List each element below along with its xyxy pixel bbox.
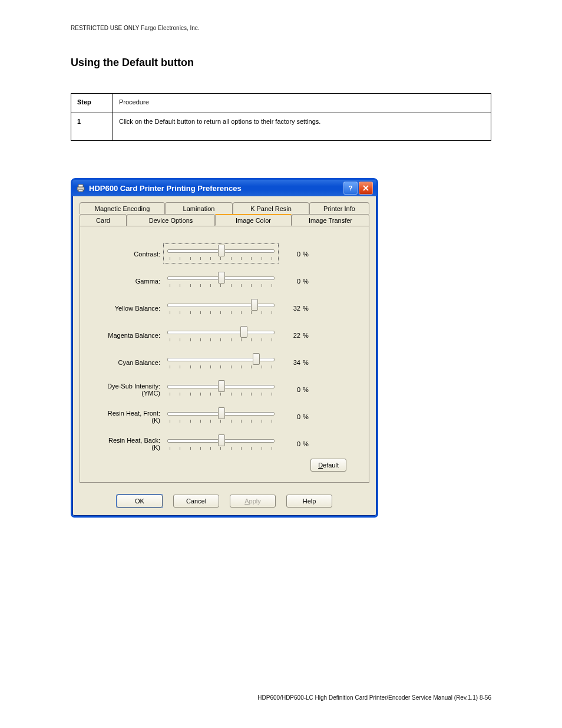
- percent-sign: %: [303, 278, 309, 285]
- slider-thumb[interactable]: [218, 434, 225, 446]
- tab-printer-info[interactable]: Printer Info: [309, 202, 369, 214]
- close-button[interactable]: [359, 182, 373, 195]
- svg-rect-2: [78, 190, 83, 192]
- percent-sign: %: [303, 413, 309, 420]
- dialog-footer: OK Cancel Apply Help: [72, 495, 376, 508]
- tab-card[interactable]: Card: [80, 214, 127, 226]
- slider[interactable]: [165, 325, 277, 345]
- slider[interactable]: [165, 407, 277, 427]
- slider-thumb[interactable]: [218, 407, 225, 419]
- slider-value: 0: [284, 251, 300, 258]
- slider-row-yellow-balance: Yellow Balance:32%: [91, 295, 358, 322]
- tab-image-color[interactable]: Image Color: [215, 214, 292, 226]
- slider-value: 0: [284, 440, 300, 447]
- printer-icon: [76, 183, 85, 193]
- svg-text:?: ?: [349, 185, 353, 192]
- slider-label: Contrast:: [91, 251, 165, 258]
- percent-sign: %: [303, 305, 309, 312]
- percent-sign: %: [303, 386, 309, 393]
- slider-row-dye-sub-intensity: Dye-Sub Intensity:(YMC)0%: [91, 376, 358, 403]
- slider[interactable]: [165, 244, 277, 264]
- slider-thumb[interactable]: [218, 272, 225, 284]
- slider-thumb[interactable]: [218, 245, 225, 256]
- percent-sign: %: [303, 332, 309, 339]
- slider[interactable]: [165, 271, 277, 291]
- default-button[interactable]: Default: [310, 459, 346, 472]
- slider-row-cyan-balance: Cyan Balance:34%: [91, 349, 358, 376]
- slider-row-resin-heat-front: Resin Heat, Front:(K)0%: [91, 403, 358, 430]
- help-button[interactable]: ?: [343, 182, 358, 195]
- slider-row-magenta-balance: Magenta Balance:22%: [91, 322, 358, 349]
- slider-row-gamma: Gamma:0%: [91, 268, 358, 295]
- slider-value: 0: [284, 413, 300, 420]
- slider[interactable]: [165, 380, 277, 400]
- slider-thumb[interactable]: [253, 353, 260, 365]
- slider-thumb[interactable]: [251, 299, 258, 311]
- percent-sign: %: [303, 440, 309, 447]
- slider-label: Resin Heat, Front:(K): [91, 410, 165, 424]
- section-title: Using the Default button: [71, 57, 194, 69]
- slider[interactable]: [165, 353, 277, 373]
- slider-value: 0: [284, 386, 300, 393]
- tab-strip: Magnetic EncodingLaminationK Panel Resin…: [80, 202, 369, 226]
- slider[interactable]: [165, 298, 277, 318]
- svg-rect-1: [78, 185, 83, 187]
- slider-label: Cyan Balance:: [91, 359, 165, 366]
- tab-k-panel-resin[interactable]: K Panel Resin: [233, 202, 309, 214]
- help-button-footer[interactable]: Help: [286, 495, 332, 508]
- slider-row-resin-heat-back: Resin Heat, Back:(K)0%: [91, 430, 358, 457]
- table-header-procedure: Procedure: [113, 94, 491, 113]
- window-title: HDP600 Card Printer Printing Preferences: [89, 184, 343, 193]
- table-cell-step: 1: [71, 113, 113, 141]
- tab-lamination[interactable]: Lamination: [165, 202, 233, 214]
- ok-button[interactable]: OK: [117, 495, 163, 508]
- tab-magnetic-encoding[interactable]: Magnetic Encoding: [80, 202, 165, 214]
- table-header-step: Step: [71, 94, 113, 113]
- page-number: HDP600/HDP600-LC High Definition Card Pr…: [257, 694, 491, 701]
- slider-label: Resin Heat, Back:(K): [91, 437, 165, 451]
- slider-value: 32: [284, 305, 300, 312]
- slider-row-contrast: Contrast:0%: [91, 241, 358, 268]
- slider-thumb[interactable]: [218, 380, 225, 392]
- apply-button[interactable]: Apply: [230, 495, 276, 508]
- percent-sign: %: [303, 251, 309, 258]
- slider-thumb[interactable]: [240, 326, 247, 338]
- slider-value: 34: [284, 359, 300, 366]
- printing-preferences-dialog: HDP600 Card Printer Printing Preferences…: [71, 178, 378, 518]
- slider-label: Dye-Sub Intensity:(YMC): [91, 383, 165, 397]
- slider-label: Yellow Balance:: [91, 305, 165, 312]
- table-cell-procedure: Click on the Default button to return al…: [113, 113, 491, 141]
- slider[interactable]: [165, 434, 277, 454]
- tab-device-options[interactable]: Device Options: [127, 214, 215, 226]
- document-header: RESTRICTED USE ONLY Fargo Electronics, I…: [71, 25, 491, 31]
- slider-value: 0: [284, 278, 300, 285]
- slider-label: Gamma:: [91, 278, 165, 285]
- cancel-button[interactable]: Cancel: [173, 495, 219, 508]
- tab-panel-image-color: Contrast:0%Gamma:0%Yellow Balance:32%Mag…: [80, 226, 369, 483]
- procedure-table: Step Procedure 1 Click on the Default bu…: [71, 93, 491, 141]
- slider-value: 22: [284, 332, 300, 339]
- slider-label: Magenta Balance:: [91, 332, 165, 339]
- titlebar[interactable]: HDP600 Card Printer Printing Preferences…: [72, 180, 376, 196]
- tab-image-transfer[interactable]: Image Transfer: [292, 214, 369, 226]
- percent-sign: %: [303, 359, 309, 366]
